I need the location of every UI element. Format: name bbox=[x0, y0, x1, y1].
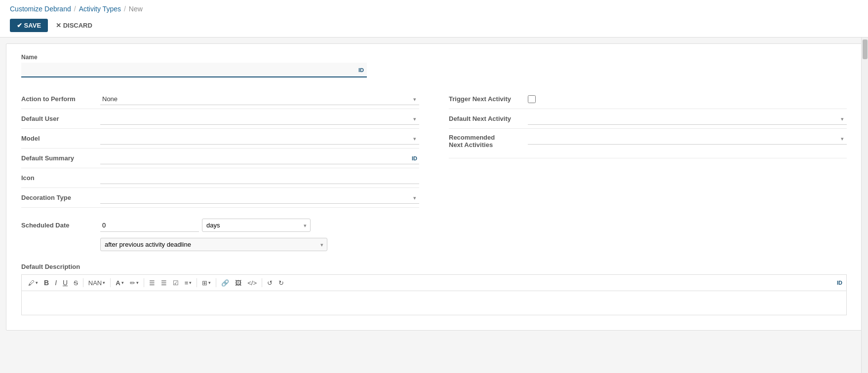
breadcrumb-sep2: / bbox=[124, 5, 126, 13]
ordered-list-button[interactable]: ☰ bbox=[158, 278, 169, 288]
name-section: Name ID bbox=[21, 54, 847, 77]
icon-input[interactable] bbox=[100, 172, 419, 184]
toolbar-sep-3 bbox=[144, 278, 144, 287]
trigger-value bbox=[528, 95, 847, 103]
summary-id-badge: ID bbox=[412, 155, 417, 161]
editor-toolbar: 🖊 ▾ B I U S NAN ▾ bbox=[21, 274, 847, 291]
toolbar-sep-4 bbox=[197, 278, 197, 287]
strikethrough-button[interactable]: S bbox=[71, 278, 80, 288]
table-icon: ⊞ bbox=[202, 279, 207, 287]
field-row-recommended: RecommendedNext Activities bbox=[449, 129, 847, 158]
recommended-select[interactable] bbox=[528, 133, 847, 145]
breadcrumb-current: New bbox=[129, 5, 143, 13]
summary-value: ID bbox=[100, 152, 419, 164]
image-icon: 🖼 bbox=[235, 279, 241, 287]
pen-tool-btn[interactable]: 🖊 ▾ bbox=[26, 278, 40, 288]
redo-button[interactable]: ↻ bbox=[276, 278, 286, 288]
highlight-btn[interactable]: ✏ ▾ bbox=[127, 278, 141, 288]
decoration-value bbox=[100, 192, 419, 204]
font-label: NAN bbox=[88, 279, 102, 287]
form-card: Name ID Action to Perform None bbox=[6, 43, 862, 331]
undo-icon: ↺ bbox=[267, 279, 273, 287]
icon-label: Icon bbox=[21, 174, 100, 182]
action-select[interactable]: None bbox=[100, 93, 419, 105]
font-select-btn[interactable]: NAN ▾ bbox=[86, 278, 108, 288]
code-icon: </> bbox=[247, 279, 257, 287]
align-arrow: ▾ bbox=[189, 280, 192, 285]
description-section: Default Description 🖊 ▾ B I U S NAN bbox=[21, 263, 847, 315]
underline-button[interactable]: U bbox=[60, 277, 70, 288]
scheduled-days-select[interactable]: days bbox=[202, 219, 311, 232]
main-content: Name ID Action to Perform None bbox=[0, 37, 868, 373]
form-right: Trigger Next Activity Default Next Activ… bbox=[449, 89, 847, 251]
pen-icon: 🖊 bbox=[28, 279, 35, 287]
font-color-arrow: ▾ bbox=[121, 280, 124, 285]
name-label: Name bbox=[21, 54, 847, 61]
scheduled-section: Scheduled Date days ▾ bbox=[21, 217, 419, 251]
model-select[interactable] bbox=[100, 133, 419, 145]
name-id-badge: ID bbox=[358, 67, 364, 73]
italic-button[interactable]: I bbox=[52, 277, 59, 288]
field-row-summary: Default Summary ID bbox=[21, 149, 419, 168]
model-label: Model bbox=[21, 135, 100, 142]
ordered-list-icon: ☰ bbox=[161, 279, 167, 287]
undo-button[interactable]: ↺ bbox=[265, 278, 275, 288]
align-icon: ≡ bbox=[185, 279, 189, 287]
code-button[interactable]: </> bbox=[245, 278, 259, 288]
name-input[interactable] bbox=[21, 63, 367, 77]
checklist-button[interactable]: ☑ bbox=[170, 278, 181, 288]
trigger-label: Trigger Next Activity bbox=[449, 95, 528, 103]
link-icon: 🔗 bbox=[221, 279, 229, 287]
scrollbar-track[interactable] bbox=[861, 37, 868, 373]
summary-input[interactable] bbox=[100, 152, 419, 164]
scheduled-after-container: after previous activity deadline ▾ bbox=[100, 238, 327, 251]
bullet-list-button[interactable]: ☰ bbox=[147, 278, 158, 288]
summary-label: Default Summary bbox=[21, 154, 100, 162]
name-input-container: ID bbox=[21, 63, 367, 77]
font-dropdown-arrow: ▾ bbox=[103, 280, 105, 285]
image-button[interactable]: 🖼 bbox=[233, 278, 244, 288]
editor-content[interactable] bbox=[21, 291, 847, 315]
field-row-user: Default User bbox=[21, 109, 419, 129]
bullet-list-icon: ☰ bbox=[149, 279, 155, 287]
editor-toolbar-id-badge: ID bbox=[837, 280, 842, 286]
align-btn[interactable]: ≡ ▾ bbox=[182, 278, 195, 288]
model-value bbox=[100, 133, 419, 145]
decoration-select[interactable] bbox=[100, 192, 419, 204]
scrollbar-thumb[interactable] bbox=[863, 39, 868, 59]
save-button[interactable]: ✔ SAVE bbox=[10, 19, 48, 32]
field-row-trigger: Trigger Next Activity bbox=[449, 89, 847, 109]
scheduled-after-select[interactable]: after previous activity deadline bbox=[100, 238, 327, 251]
user-select[interactable] bbox=[100, 113, 419, 125]
breadcrumb-sep1: / bbox=[74, 5, 76, 13]
recommended-value bbox=[528, 133, 847, 145]
field-row-decoration: Decoration Type bbox=[21, 188, 419, 208]
breadcrumb-root[interactable]: Customize Debrand bbox=[10, 5, 71, 13]
breadcrumb-section[interactable]: Activity Types bbox=[79, 5, 121, 13]
font-color-btn[interactable]: A ▾ bbox=[113, 278, 126, 288]
table-btn[interactable]: ⊞ ▾ bbox=[199, 278, 213, 288]
breadcrumb-bar: Customize Debrand / Activity Types / New… bbox=[0, 0, 868, 37]
user-label: Default User bbox=[21, 115, 100, 122]
action-label: Action to Perform bbox=[21, 95, 100, 103]
checklist-icon: ☑ bbox=[173, 279, 179, 287]
font-color-label: A bbox=[116, 279, 120, 287]
next-activity-select[interactable] bbox=[528, 113, 847, 125]
bold-button[interactable]: B bbox=[41, 277, 51, 288]
field-row-next-activity: Default Next Activity bbox=[449, 109, 847, 129]
link-button[interactable]: 🔗 bbox=[219, 278, 232, 288]
scheduled-second-row: after previous activity deadline ▾ bbox=[21, 235, 419, 251]
icon-value bbox=[100, 172, 419, 184]
toolbar-sep-5 bbox=[216, 278, 216, 287]
decoration-label: Decoration Type bbox=[21, 194, 100, 201]
next-activity-value bbox=[528, 113, 847, 125]
redo-icon: ↻ bbox=[278, 279, 284, 287]
scheduled-number-input[interactable] bbox=[100, 219, 199, 232]
scheduled-days-container: days ▾ bbox=[202, 219, 311, 232]
discard-button[interactable]: ✕ DISCARD bbox=[52, 19, 96, 32]
toolbar-sep-2 bbox=[110, 278, 111, 287]
trigger-checkbox[interactable] bbox=[528, 95, 536, 103]
recommended-label: RecommendedNext Activities bbox=[449, 133, 528, 149]
user-value bbox=[100, 113, 419, 125]
table-arrow: ▾ bbox=[208, 280, 211, 285]
